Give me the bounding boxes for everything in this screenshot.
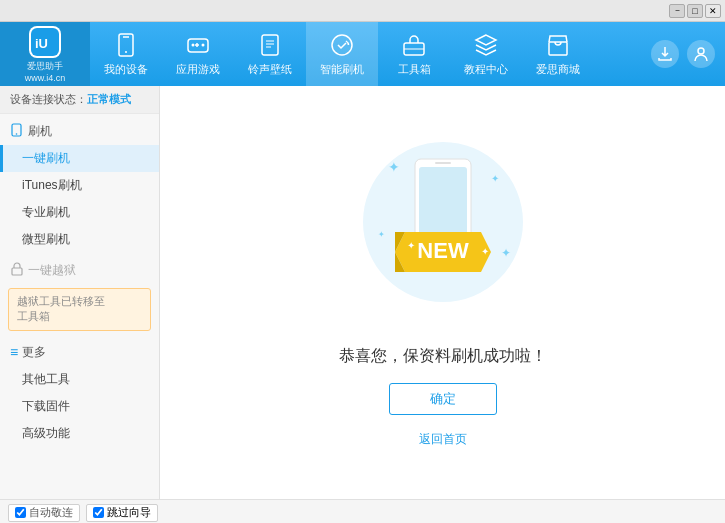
store-icon	[544, 31, 572, 59]
nav-tutorials-label: 教程中心	[464, 62, 508, 77]
header-right	[651, 40, 725, 68]
sidebar-group-flash: 刷机	[0, 118, 159, 145]
phone-illustration: ✦ ✦ ✦ ✦	[343, 137, 543, 330]
nav-ringtones-label: 铃声壁纸	[248, 62, 292, 77]
svg-rect-8	[262, 35, 278, 55]
nav-store[interactable]: 爱思商城	[522, 22, 594, 86]
nav-bar: 我的设备 应用游戏 铃声壁纸	[90, 22, 651, 86]
back-link[interactable]: 返回首页	[419, 431, 467, 448]
svg-point-7	[202, 44, 205, 47]
nav-toolbox[interactable]: 工具箱	[378, 22, 450, 86]
toolbox-icon	[400, 31, 428, 59]
sidebar-group-jailbreak: 一键越狱	[0, 257, 159, 284]
nav-store-label: 爱思商城	[536, 62, 580, 77]
tutorials-icon	[472, 31, 500, 59]
checkbox-row: 自动敬连 跳过向导	[0, 500, 725, 523]
itunes-flash-label: iTunes刷机	[22, 178, 82, 192]
sidebar-group-more: ≡ 更多	[0, 339, 159, 366]
maximize-button[interactable]: □	[687, 4, 703, 18]
jailbreak-group-label: 一键越狱	[28, 262, 76, 279]
logo-url: www.i4.cn	[25, 73, 66, 83]
bottom-section: 自动敬连 跳过向导 iPhone 12 mini 64GB Down-12min…	[0, 499, 725, 523]
svg-text:iU: iU	[35, 36, 48, 51]
confirm-button[interactable]: 确定	[389, 383, 497, 415]
main-area: 设备连接状态：正常模式 刷机 一键刷机 iTunes刷机 专业刷机 微型刷机	[0, 86, 725, 499]
svg-text:✦: ✦	[407, 240, 415, 251]
jailbreak-group-icon	[10, 262, 24, 279]
pro-flash-label: 专业刷机	[22, 205, 70, 219]
more-group-label: 更多	[22, 344, 46, 361]
ringtones-icon	[256, 31, 284, 59]
status-bar: 设备连接状态：正常模式	[0, 86, 159, 114]
nav-smart-flash-label: 智能刷机	[320, 62, 364, 77]
download-button[interactable]	[651, 40, 679, 68]
nav-smart-flash[interactable]: 智能刷机	[306, 22, 378, 86]
smart-flash-icon	[328, 31, 356, 59]
user-button[interactable]	[687, 40, 715, 68]
other-tools-label: 其他工具	[22, 372, 70, 386]
my-device-icon	[112, 31, 140, 59]
more-group-icon: ≡	[10, 344, 18, 360]
sidebar-item-itunes-flash[interactable]: iTunes刷机	[0, 172, 159, 199]
svg-point-6	[192, 44, 195, 47]
svg-text:✦: ✦	[481, 246, 489, 257]
logo-name: 爱思助手	[27, 60, 63, 73]
nav-ringtones[interactable]: 铃声壁纸	[234, 22, 306, 86]
app-games-icon	[184, 31, 212, 59]
sidebar-item-one-key-flash[interactable]: 一键刷机	[0, 145, 159, 172]
svg-point-17	[16, 133, 18, 135]
sidebar-item-advanced[interactable]: 高级功能	[0, 420, 159, 447]
sidebar-item-micro-flash[interactable]: 微型刷机	[0, 226, 159, 253]
svg-text:NEW: NEW	[417, 238, 469, 263]
content-area: ✦ ✦ ✦ ✦	[160, 86, 725, 499]
svg-rect-14	[549, 42, 567, 55]
status-value: 正常模式	[87, 93, 131, 105]
auto-connect-checkbox[interactable]	[15, 507, 26, 518]
flash-group-label: 刷机	[28, 123, 52, 140]
title-bar: － □ ✕	[0, 0, 725, 22]
micro-flash-label: 微型刷机	[22, 232, 70, 246]
svg-text:✦: ✦	[378, 230, 385, 239]
svg-text:✦: ✦	[501, 246, 511, 260]
download-firmware-label: 下载固件	[22, 399, 70, 413]
flash-group-icon	[10, 123, 24, 140]
skip-wizard-checkbox[interactable]	[93, 507, 104, 518]
nav-my-device[interactable]: 我的设备	[90, 22, 162, 86]
sidebar-item-pro-flash[interactable]: 专业刷机	[0, 199, 159, 226]
close-button[interactable]: ✕	[705, 4, 721, 18]
svg-text:✦: ✦	[491, 173, 499, 184]
svg-rect-27	[435, 162, 451, 164]
skip-wizard-checkbox-label[interactable]: 跳过向导	[86, 504, 158, 522]
jailbreak-note-text: 越狱工具已转移至工具箱	[17, 295, 105, 322]
svg-rect-18	[12, 268, 22, 275]
nav-toolbox-label: 工具箱	[398, 62, 431, 77]
auto-connect-label: 自动敬连	[29, 505, 73, 520]
advanced-label: 高级功能	[22, 426, 70, 440]
sidebar-item-other-tools[interactable]: 其他工具	[0, 366, 159, 393]
sidebar-item-download-firmware[interactable]: 下载固件	[0, 393, 159, 420]
logo-icon: iU	[29, 26, 61, 58]
nav-tutorials[interactable]: 教程中心	[450, 22, 522, 86]
svg-point-3	[125, 51, 127, 53]
success-container: ✦ ✦ ✦ ✦	[339, 137, 547, 448]
svg-text:✦: ✦	[388, 159, 400, 175]
logo[interactable]: iU 爱思助手 www.i4.cn	[0, 22, 90, 86]
header: iU 爱思助手 www.i4.cn 我的设备	[0, 22, 725, 86]
sidebar: 设备连接状态：正常模式 刷机 一键刷机 iTunes刷机 专业刷机 微型刷机	[0, 86, 160, 499]
skip-wizard-label: 跳过向导	[107, 505, 151, 520]
success-message: 恭喜您，保资料刷机成功啦！	[339, 346, 547, 367]
jailbreak-note: 越狱工具已转移至工具箱	[8, 288, 151, 331]
nav-app-games-label: 应用游戏	[176, 62, 220, 77]
nav-my-device-label: 我的设备	[104, 62, 148, 77]
auto-connect-checkbox-label[interactable]: 自动敬连	[8, 504, 80, 522]
nav-app-games[interactable]: 应用游戏	[162, 22, 234, 86]
minimize-button[interactable]: －	[669, 4, 685, 18]
svg-point-15	[698, 48, 704, 54]
one-key-flash-label: 一键刷机	[22, 151, 70, 165]
